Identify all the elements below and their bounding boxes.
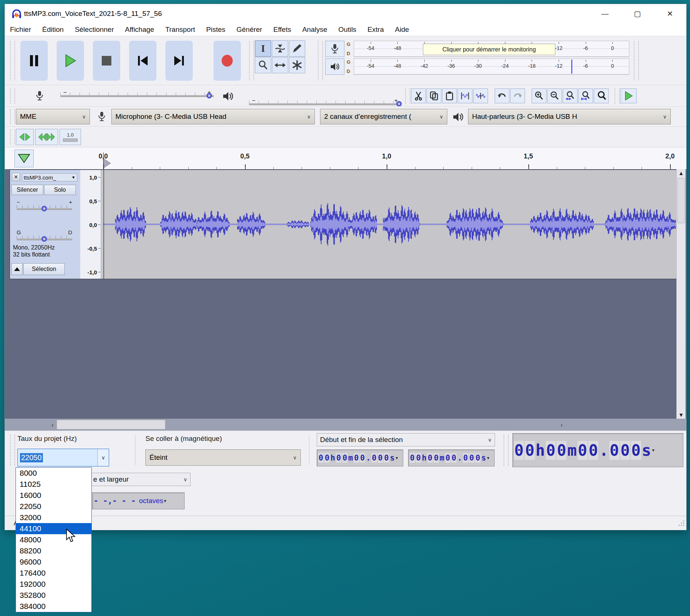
time-digit[interactable]: 0 xyxy=(354,453,359,463)
time-digit[interactable]: 0 xyxy=(620,441,630,460)
rate-option[interactable]: 88200 xyxy=(16,545,91,556)
silence-audio-button[interactable] xyxy=(473,88,488,103)
scrub-button[interactable] xyxy=(16,129,34,145)
waveform[interactable] xyxy=(101,170,676,279)
rate-option[interactable]: 11025 xyxy=(16,479,91,490)
selection-format-select[interactable]: Début et fin de la sélection ∨ xyxy=(317,433,495,446)
time-digit[interactable]: 0 xyxy=(371,453,377,463)
meter-grip[interactable] xyxy=(318,41,323,80)
time-digit[interactable]: s xyxy=(642,441,652,459)
time-digit[interactable]: . xyxy=(599,441,609,459)
skip-to-start-button[interactable] xyxy=(129,41,156,81)
minimize-button[interactable]: — xyxy=(589,4,621,23)
time-digit[interactable]: 0 xyxy=(469,453,475,463)
record-volume-thumb[interactable] xyxy=(206,93,212,98)
time-digit[interactable]: m xyxy=(439,453,445,462)
chevron-down-icon[interactable]: ∨ xyxy=(97,449,109,466)
rate-option[interactable]: 96000 xyxy=(16,556,91,568)
track-control-panel[interactable]: ✕ ttsMP3.com_ ▼ Silencer Solo − + G D xyxy=(10,170,80,279)
scroll-up-arrow[interactable]: ▲ xyxy=(677,170,685,176)
track-title-button[interactable]: ttsMP3.com_ ▼ xyxy=(22,173,77,181)
position-grip[interactable] xyxy=(504,435,509,466)
record-volume-slider[interactable]: − + xyxy=(60,92,214,100)
scrub-grip[interactable] xyxy=(10,130,15,144)
scrub-ruler-button[interactable]: 1.0 xyxy=(60,129,81,145)
spectral-format-select[interactable]: e et largeur ∨ xyxy=(90,473,191,486)
menu-transport[interactable]: Transport xyxy=(165,26,195,34)
zoom-toggle-button[interactable] xyxy=(594,88,609,103)
menu-effets[interactable]: Effets xyxy=(273,26,291,34)
multi-tool-button[interactable] xyxy=(289,57,305,73)
menu-outils[interactable]: Outils xyxy=(339,26,357,34)
time-digit[interactable]: 0 xyxy=(318,453,324,463)
time-digit[interactable]: 0 xyxy=(525,441,535,460)
time-digit[interactable]: h xyxy=(535,441,545,459)
menu-edition[interactable]: Édition xyxy=(42,26,64,34)
rate-option[interactable]: 48000 xyxy=(16,534,91,545)
tools-grip[interactable] xyxy=(249,41,254,80)
timeline-ruler[interactable]: 0,00,51,01,52,0 xyxy=(5,147,686,170)
menu-affichage[interactable]: Affichage xyxy=(125,26,154,34)
time-digit[interactable]: 0 xyxy=(514,441,524,460)
trim-audio-button[interactable] xyxy=(458,88,472,103)
timeshift-tool-button[interactable] xyxy=(272,57,288,73)
time-digit[interactable]: 0 xyxy=(384,453,389,463)
selection-tool-button[interactable]: I xyxy=(255,40,271,57)
chevron-down-icon[interactable]: ▾ xyxy=(487,455,489,461)
vertical-scrollbar[interactable]: ▲ ▼ xyxy=(676,169,686,419)
mute-button[interactable]: Silencer xyxy=(11,185,43,195)
transport-grip[interactable] xyxy=(10,41,15,80)
audio-position-field[interactable]: 00h00m00.000s▾ xyxy=(512,433,683,467)
time-digit[interactable]: 0 xyxy=(342,453,348,463)
zoom-out-button[interactable] xyxy=(547,88,562,103)
meter-end-grip[interactable] xyxy=(634,41,639,80)
rate-option[interactable]: 384000 xyxy=(16,601,91,612)
time-digit[interactable]: 0 xyxy=(445,453,451,463)
time-digit[interactable]: 0 xyxy=(578,441,588,460)
title-bar[interactable]: ttsMP3.com_VoiceText_2021-5-8_11_57_56 —… xyxy=(5,4,686,23)
chevron-down-icon[interactable]: ▾ xyxy=(396,455,398,461)
rate-option[interactable]: 16000 xyxy=(16,490,91,501)
rate-option[interactable]: 44100 xyxy=(16,523,91,534)
cut-button[interactable] xyxy=(411,88,426,103)
time-digit[interactable]: h xyxy=(330,453,336,462)
play-meter-button[interactable] xyxy=(325,58,344,75)
pan-thumb[interactable] xyxy=(41,236,47,242)
time-digit[interactable]: s xyxy=(390,453,395,462)
fit-project-button[interactable] xyxy=(578,88,593,103)
rate-option[interactable]: 192000 xyxy=(16,579,91,590)
project-rate-select[interactable]: 22050 ∨ xyxy=(17,449,109,466)
envelope-tool-button[interactable] xyxy=(272,40,288,57)
scroll-left-arrow[interactable]: ‹ xyxy=(48,422,57,428)
selection-end-field[interactable]: 00h00m00.000s▾ xyxy=(408,449,495,466)
time-digit[interactable]: 0 xyxy=(378,453,383,463)
time-digit[interactable]: 0 xyxy=(427,453,433,463)
input-device-select[interactable]: Microphone (3- C-Media USB Head∨ xyxy=(111,109,315,124)
audio-host-select[interactable]: MME∨ xyxy=(16,109,90,124)
output-device-select[interactable]: Haut-parleurs (3- C-Media USB H∨ xyxy=(468,109,671,124)
track-collapse-button[interactable] xyxy=(11,263,23,275)
time-digit[interactable]: 0 xyxy=(609,441,619,460)
menu-extra[interactable]: Extra xyxy=(367,26,384,34)
time-digit[interactable]: 0 xyxy=(475,453,481,463)
playback-meter[interactable]: -54-48-42-36-30-24-18-12-60 xyxy=(354,58,629,75)
track-selection-button[interactable]: Sélection xyxy=(23,263,65,275)
play-speed-grip[interactable] xyxy=(615,88,620,104)
time-digit[interactable]: s xyxy=(481,453,487,462)
time-digit[interactable]: 0 xyxy=(556,441,566,460)
time-digit[interactable]: 0 xyxy=(324,453,330,463)
time-digit[interactable]: 0 xyxy=(463,453,468,463)
horizontal-scroll-thumb[interactable] xyxy=(57,420,165,429)
stop-button[interactable] xyxy=(93,41,120,81)
maximize-button[interactable]: ▢ xyxy=(621,4,654,23)
audio-track[interactable]: ✕ ttsMP3.com_ ▼ Silencer Solo − + G D xyxy=(10,170,677,279)
selection-start-field[interactable]: 00h00m00.000s▾ xyxy=(317,449,403,466)
fit-selection-button[interactable] xyxy=(563,88,578,103)
track-area[interactable]: ✕ ttsMP3.com_ ▼ Silencer Solo − + G D xyxy=(5,169,686,419)
time-digit[interactable]: 0 xyxy=(451,453,457,463)
record-button[interactable] xyxy=(213,41,241,81)
time-digit[interactable]: 0 xyxy=(336,453,341,463)
rate-option[interactable]: 32000 xyxy=(16,512,91,523)
skip-to-end-button[interactable] xyxy=(165,41,193,81)
snap-to-select[interactable]: Éteint∨ xyxy=(145,449,301,466)
